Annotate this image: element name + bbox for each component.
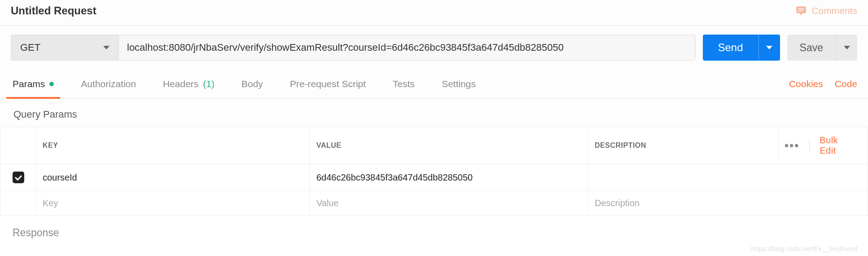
active-dot-icon <box>49 82 54 86</box>
param-description-placeholder[interactable]: Description <box>588 191 868 216</box>
column-header-key: KEY <box>36 127 310 164</box>
save-dropdown-button[interactable] <box>836 35 857 61</box>
param-value-cell[interactable]: 6d46c26bc93845f3a647d45db8285050 <box>310 164 588 191</box>
divider <box>809 139 810 152</box>
cookies-link[interactable]: Cookies <box>789 79 823 89</box>
http-method-select[interactable]: GET <box>11 35 119 60</box>
tab-body[interactable]: Body <box>240 70 265 98</box>
tab-pre-request-script[interactable]: Pre-request Script <box>288 70 368 98</box>
chevron-down-icon <box>844 46 850 49</box>
query-params-table: KEY VALUE DESCRIPTION ••• Bulk Edit cour… <box>0 127 868 216</box>
tab-count: (1) <box>203 79 215 89</box>
tab-settings[interactable]: Settings <box>440 70 478 98</box>
tab-tests[interactable]: Tests <box>391 70 416 98</box>
param-key-placeholder[interactable]: Key <box>36 191 310 216</box>
tab-params[interactable]: Params <box>11 70 56 98</box>
tab-label: Settings <box>442 79 476 89</box>
watermark-text: https://blog.csdn.net/Ex__boyfriend <box>751 245 857 252</box>
request-url-input[interactable] <box>119 35 695 60</box>
comments-button[interactable]: Comments <box>795 5 857 17</box>
send-dropdown-button[interactable] <box>758 35 780 61</box>
comments-icon <box>795 5 807 17</box>
comments-label: Comments <box>811 5 857 16</box>
tab-label: Headers <box>163 79 198 89</box>
http-method-value: GET <box>20 42 40 53</box>
column-header-actions: ••• Bulk Edit <box>778 127 868 164</box>
query-params-title: Query Params <box>0 99 868 127</box>
code-link[interactable]: Code <box>835 79 857 89</box>
param-enabled-checkbox[interactable] <box>13 172 24 183</box>
tab-label: Pre-request Script <box>290 79 366 89</box>
tab-label: Authorization <box>81 79 136 89</box>
column-header-checkbox <box>0 127 36 164</box>
response-section-title: Response <box>0 216 868 239</box>
tab-label: Tests <box>393 79 415 89</box>
param-value-placeholder[interactable]: Value <box>310 191 588 216</box>
request-title: Untitled Request <box>11 4 96 17</box>
save-button[interactable]: Save <box>787 35 836 61</box>
table-row-new: Key Value Description <box>0 191 868 216</box>
param-enabled-placeholder <box>0 191 36 216</box>
column-header-value: VALUE <box>310 127 588 164</box>
bulk-edit-link[interactable]: Bulk Edit <box>820 135 853 156</box>
tab-headers[interactable]: Headers (1) <box>161 70 216 98</box>
param-key-cell[interactable]: courseId <box>36 164 310 191</box>
send-button[interactable]: Send <box>703 35 758 61</box>
chevron-down-icon <box>103 46 110 49</box>
svg-rect-0 <box>797 6 807 13</box>
tab-authorization[interactable]: Authorization <box>79 70 138 98</box>
param-description-cell[interactable] <box>588 164 868 191</box>
tab-label: Body <box>241 79 263 89</box>
column-header-description: DESCRIPTION <box>588 127 778 164</box>
more-options-icon[interactable]: ••• <box>785 139 799 153</box>
table-row: courseId 6d46c26bc93845f3a647d45db828505… <box>0 164 868 191</box>
chevron-down-icon <box>766 46 772 49</box>
check-icon <box>14 173 22 180</box>
tab-label: Params <box>13 79 45 89</box>
